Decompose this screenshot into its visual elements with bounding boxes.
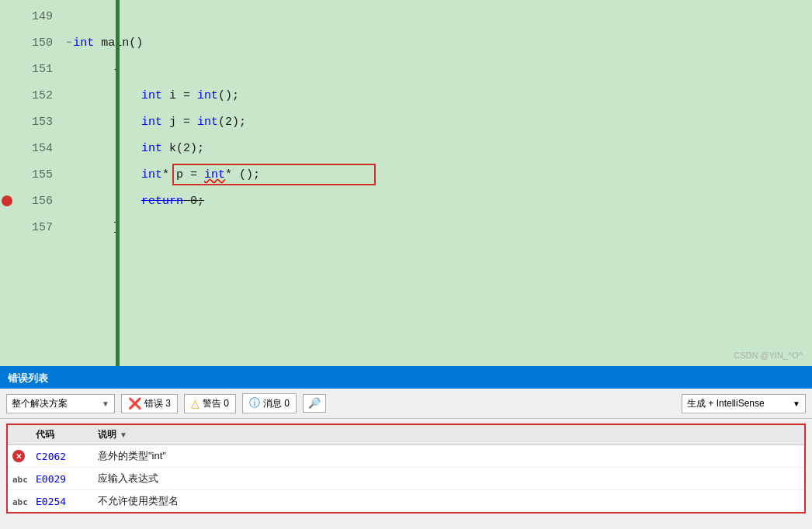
code-content: 149 150 − int main() 151 { 152 — [0, 0, 812, 240]
filter-icon-button[interactable]: 🔎 — [303, 394, 326, 413]
row-icon-col: ✕ — [12, 450, 36, 463]
code-line-156: 156 return 0; — [0, 188, 812, 214]
error-table: 代码 说明 ▼ ✕ C2062 意外的类型"int" abc — [6, 424, 806, 513]
scope-dropdown-arrow: ▼ — [102, 399, 109, 408]
build-select[interactable]: 生成 + IntelliSense ▼ — [682, 394, 806, 413]
code-line-154: 154 int k(2); — [0, 135, 812, 161]
error-filter-button[interactable]: ❌ 错误 3 — [121, 394, 178, 413]
error-table-header: 代码 说明 ▼ — [8, 425, 804, 445]
line-number: 152 — [0, 89, 62, 102]
line-number: 154 — [0, 142, 62, 155]
error-description: 应输入表达式 — [98, 472, 158, 486]
abc-icon: abc — [12, 475, 28, 485]
row-icon-col: abc — [12, 496, 36, 507]
code-line-149: 149 — [0, 3, 812, 29]
code-text: int main() — [73, 36, 143, 50]
row-desc-col: 应输入表达式 — [98, 472, 800, 486]
code-text: int i = int(); — [85, 89, 239, 102]
warning-filter-button[interactable]: △ 警告 0 — [184, 394, 236, 413]
code-editor: 149 150 − int main() 151 { 152 — [0, 0, 812, 366]
header-code-col: 代码 — [36, 428, 98, 441]
green-sidebar-bar — [116, 0, 120, 366]
error-toolbar: 整个解决方案 ▼ ❌ 错误 3 △ 警告 0 ⓘ 消息 0 🔎 生成 + Int… — [0, 389, 812, 419]
error-code-link[interactable]: C2062 — [36, 451, 66, 462]
code-text: return 0; — [85, 195, 204, 208]
line-number: 157 — [0, 221, 62, 234]
info-count-label: 消息 0 — [263, 397, 290, 410]
error-row[interactable]: ✕ C2062 意外的类型"int" — [8, 445, 804, 468]
line-number: 150 — [0, 36, 62, 50]
error-code-link[interactable]: E0029 — [36, 473, 66, 485]
scope-select[interactable]: 整个解决方案 ▼ — [6, 394, 115, 413]
warning-count-label: 警告 0 — [203, 397, 229, 410]
error-panel-header: 错误列表 — [0, 368, 812, 389]
line-number: 153 — [0, 116, 62, 129]
line-number: 149 — [0, 10, 62, 23]
code-text: int k(2); — [85, 142, 204, 155]
row-code-col: C2062 — [36, 451, 98, 462]
filter-icon: 🔎 — [308, 398, 321, 410]
code-header-label: 代码 — [36, 429, 54, 440]
build-label: 生成 + IntelliSense — [687, 397, 765, 410]
error-row[interactable]: abc E0029 应输入表达式 — [8, 468, 804, 490]
warning-icon: △ — [191, 397, 200, 410]
error-code-link[interactable]: E0254 — [36, 496, 66, 507]
code-line-157: 157 } — [0, 214, 812, 240]
row-icon-col: abc — [12, 473, 36, 485]
error-count-label: 错误 3 — [144, 397, 171, 410]
error-description: 不允许使用类型名 — [98, 494, 179, 508]
build-dropdown-arrow: ▼ — [793, 399, 800, 408]
code-line-155: 155 int* p = int* (); — [0, 161, 812, 188]
error-icon: ❌ — [128, 397, 141, 410]
breakpoint-dot — [2, 195, 12, 206]
line-number: 155 — [0, 168, 62, 182]
row-code-col: E0029 — [36, 473, 98, 485]
code-line-152: 152 int i = int(); — [0, 82, 812, 109]
sort-icon: ▼ — [120, 430, 127, 439]
row-desc-col: 不允许使用类型名 — [98, 494, 800, 508]
line-number: 151 — [0, 63, 62, 76]
header-desc-col: 说明 ▼ — [98, 428, 800, 441]
code-line-153: 153 int j = int(2); — [0, 109, 812, 135]
desc-header-label: 说明 — [98, 428, 116, 441]
header-icon-col — [12, 428, 36, 441]
code-line-150: 150 − int main() — [0, 29, 812, 56]
collapse-icon[interactable]: − — [66, 37, 71, 48]
watermark: CSDN @YIN_^O^ — [734, 351, 803, 360]
error-circle-icon: ✕ — [12, 450, 25, 462]
code-line-151: 151 { — [0, 56, 812, 82]
info-filter-button[interactable]: ⓘ 消息 0 — [242, 393, 297, 413]
error-row[interactable]: abc E0254 不允许使用类型名 — [8, 490, 804, 512]
row-desc-col: 意外的类型"int" — [98, 449, 800, 463]
code-text: int* p = int* (); — [85, 168, 260, 182]
info-icon: ⓘ — [249, 396, 260, 410]
scope-label: 整个解决方案 — [12, 397, 68, 410]
row-code-col: E0254 — [36, 496, 98, 507]
abc-icon: abc — [12, 497, 28, 507]
error-panel: 错误列表 整个解决方案 ▼ ❌ 错误 3 △ 警告 0 ⓘ 消息 0 🔎 生成 … — [0, 366, 812, 529]
code-text: int j = int(2); — [85, 116, 246, 129]
error-description: 意外的类型"int" — [98, 449, 166, 463]
